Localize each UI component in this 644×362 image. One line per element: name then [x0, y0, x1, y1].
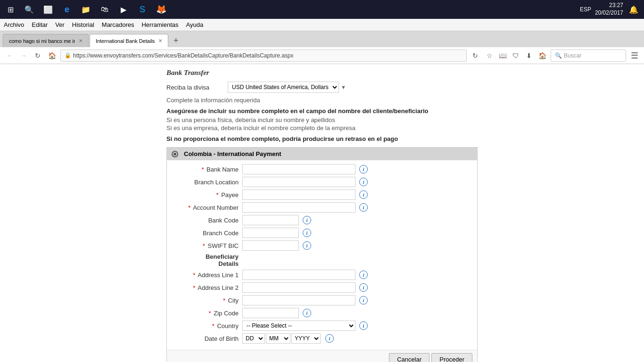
swift-bic-info-icon[interactable]: i: [303, 241, 311, 250]
menu-archivo[interactable]: Archivo: [4, 21, 24, 28]
address-line2-label: * Address Line 2: [172, 284, 242, 291]
bank-code-info-icon[interactable]: i: [303, 216, 311, 224]
dob-info-icon[interactable]: i: [325, 334, 334, 343]
tab-2-close[interactable]: ✕: [158, 38, 162, 43]
bank-name-info-icon[interactable]: i: [359, 165, 368, 173]
button-row: Cancelar Proceder: [167, 350, 477, 362]
form-box: Colombia - International Payment * Bank …: [166, 147, 478, 362]
address-line1-info-icon[interactable]: i: [359, 271, 368, 279]
menu-editar[interactable]: Editar: [32, 21, 48, 28]
form-box-body: * Bank Name i Branch Location i: [167, 160, 477, 350]
dob-label: Date of Birth: [172, 335, 242, 342]
section-title: Bank Transfer: [166, 69, 478, 77]
dob-dd-select[interactable]: DD: [242, 333, 265, 344]
start-button[interactable]: ⊞: [4, 3, 17, 16]
edge-icon[interactable]: e: [60, 3, 74, 16]
tab-1-close[interactable]: ✕: [79, 38, 83, 43]
required-star-zip: *: [209, 310, 211, 317]
menu-ver[interactable]: Ver: [55, 21, 65, 28]
taskbar: ⊞ 🔍 ⬜ e 📁 🛍 ▶ S 🦊 ESP 23:27 20/02/2017 🔔: [0, 0, 644, 19]
swift-bic-input[interactable]: [242, 240, 299, 251]
explorer-icon[interactable]: 📁: [79, 3, 92, 16]
refresh-button[interactable]: ↻: [32, 50, 43, 61]
city-row: * City i: [172, 295, 472, 305]
complete-info-text: Complete la información requerida: [166, 97, 478, 104]
branch-code-info-icon[interactable]: i: [303, 229, 311, 237]
bookmark-icon[interactable]: ☆: [484, 50, 495, 61]
menu-herramientas[interactable]: Herramientas: [141, 21, 178, 28]
account-number-row: * Account Number i: [172, 202, 472, 213]
menu-ayuda[interactable]: Ayuda: [186, 21, 203, 28]
tab-2[interactable]: International Bank Details ✕: [90, 34, 168, 47]
url-text: https://www.envoytransfers.com/Services/…: [73, 52, 294, 59]
tab-1[interactable]: como hago si mi banco me in... ✕: [3, 34, 89, 47]
menu-marcadores[interactable]: Marcadores: [102, 21, 134, 28]
menu-historial[interactable]: Historial: [72, 21, 94, 28]
swift-bic-label: * SWIFT BIC: [172, 242, 242, 249]
country-select[interactable]: -- Please Select --: [242, 321, 355, 331]
address-line2-row: * Address Line 2 i: [172, 282, 472, 293]
address-line1-input[interactable]: [242, 270, 355, 280]
payee-info-icon[interactable]: i: [359, 190, 368, 199]
payee-input[interactable]: [242, 189, 355, 200]
branch-location-info-icon[interactable]: i: [359, 178, 368, 186]
bank-name-input[interactable]: [242, 164, 355, 174]
taskbar-clock: 23:27 20/02/2017: [595, 2, 623, 16]
task-view-icon[interactable]: ⬜: [41, 3, 55, 16]
menu-icon[interactable]: ☰: [629, 50, 640, 61]
bank-name-label: * Bank Name: [172, 166, 242, 173]
required-star-payee: *: [216, 191, 218, 198]
reload-button[interactable]: ↻: [470, 50, 481, 61]
notification-icon[interactable]: 🔔: [627, 3, 640, 16]
forward-button[interactable]: →: [18, 50, 29, 61]
dob-yyyy-select[interactable]: YYYY: [291, 333, 321, 344]
country-info-icon[interactable]: i: [359, 321, 368, 330]
reading-icon[interactable]: 📖: [497, 50, 508, 61]
beneficiary-label: BeneficiaryDetails: [172, 253, 242, 267]
cancel-button[interactable]: Cancelar: [389, 353, 429, 362]
account-number-input[interactable]: [242, 202, 355, 213]
house-icon[interactable]: 🏠: [537, 50, 548, 61]
firefox-taskbar-icon[interactable]: 🦊: [155, 3, 168, 16]
zip-code-info-icon[interactable]: i: [303, 309, 311, 317]
payee-row: * Payee i: [172, 189, 472, 200]
delay-warning: Si no proporciona el nombre completo, po…: [166, 135, 478, 142]
proceed-button[interactable]: Proceder: [431, 353, 472, 362]
city-input[interactable]: [242, 295, 355, 305]
media-icon[interactable]: ▶: [117, 3, 130, 16]
branch-location-input[interactable]: [242, 177, 355, 187]
bank-code-input[interactable]: [242, 215, 299, 225]
branch-code-input[interactable]: [242, 228, 299, 238]
skype-icon[interactable]: S: [136, 3, 149, 16]
branch-code-row: Branch Code i: [172, 228, 472, 238]
toolbar-icons: ☆ 📖 🛡 ⬇ 🏠: [484, 50, 548, 61]
required-star-addr1: *: [193, 272, 195, 279]
tab-1-label: como hago si mi banco me in...: [9, 38, 75, 44]
shield-icon[interactable]: 🛡: [510, 50, 521, 61]
search-taskbar-icon[interactable]: 🔍: [23, 3, 36, 16]
search-box[interactable]: 🔍 Buscar: [551, 49, 626, 62]
address-line2-input[interactable]: [242, 282, 355, 293]
dob-mm-select[interactable]: MM: [266, 333, 290, 344]
city-label: * City: [172, 297, 242, 304]
payee-label: * Payee: [172, 191, 242, 198]
beneficiary-header-row: BeneficiaryDetails: [172, 253, 472, 267]
account-number-info-icon[interactable]: i: [359, 203, 368, 212]
addressbar: ← → ↻ 🏠 🔒 https://www.envoytransfers.com…: [0, 47, 644, 64]
home-button[interactable]: 🏠: [46, 50, 58, 61]
new-tab-button[interactable]: +: [169, 34, 182, 47]
address-bar[interactable]: 🔒 https://www.envoytransfers.com/Service…: [60, 49, 467, 62]
zip-code-row: * Zip Code i: [172, 308, 472, 318]
download-icon[interactable]: ⬇: [523, 50, 535, 61]
currency-select[interactable]: USD United States of America, Dollars: [228, 82, 339, 93]
tab-2-label: International Bank Details: [96, 38, 155, 44]
page-content: Bank Transfer Reciba la divisa USD Unite…: [0, 64, 644, 362]
zip-code-input[interactable]: [242, 308, 299, 318]
back-button[interactable]: ←: [4, 50, 15, 61]
store-icon[interactable]: 🛍: [98, 3, 111, 16]
receive-label: Reciba la divisa: [166, 84, 228, 91]
required-star-swift: *: [203, 242, 205, 249]
address-line2-info-icon[interactable]: i: [359, 283, 368, 292]
radio-button[interactable]: [172, 151, 178, 157]
city-info-icon[interactable]: i: [359, 296, 368, 304]
